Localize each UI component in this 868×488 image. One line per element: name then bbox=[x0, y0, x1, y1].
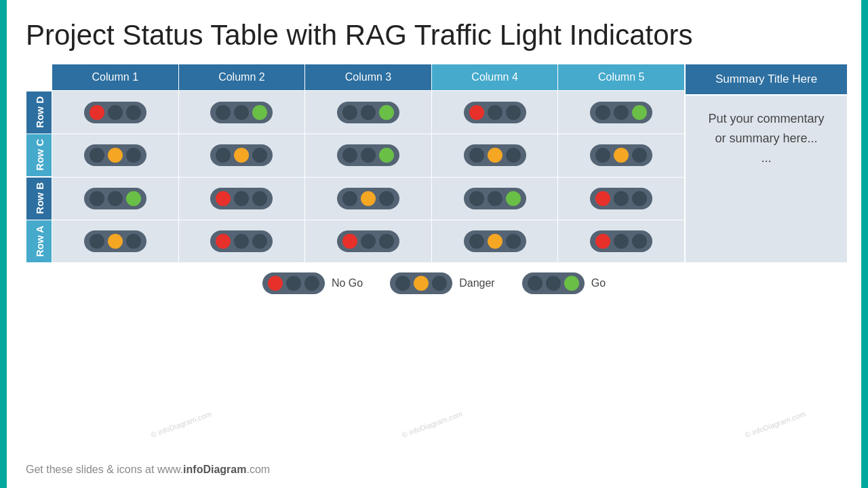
dot-dark-0 bbox=[90, 148, 104, 163]
dot-dark-0 bbox=[90, 191, 104, 206]
row-label-row-d: Row D bbox=[26, 91, 52, 134]
footer: Get these slides & icons at www.infoDiag… bbox=[26, 464, 270, 476]
dot-orange-1 bbox=[108, 234, 123, 249]
dot-dark-2 bbox=[506, 148, 521, 163]
dot-dark-1 bbox=[614, 105, 629, 120]
dot-red-0 bbox=[216, 191, 231, 206]
cell-r1-c0 bbox=[52, 134, 179, 177]
title-area: Project Status Table with RAG Traffic Li… bbox=[0, 0, 868, 64]
cell-r2-c2 bbox=[305, 177, 432, 220]
dot-dark-2 bbox=[632, 234, 647, 249]
legend-danger-light bbox=[390, 272, 452, 294]
cell-r0-c0 bbox=[52, 91, 179, 134]
dot-dark-1 bbox=[108, 105, 123, 120]
dot-dark-1 bbox=[614, 191, 629, 206]
row-label-row-a: Row A bbox=[26, 220, 52, 263]
legend-area: No Go Danger Go bbox=[0, 263, 868, 297]
traffic-light bbox=[337, 230, 399, 252]
watermark-3: © infoDiagram.com bbox=[743, 409, 806, 439]
legend-dot-red bbox=[268, 276, 283, 291]
dot-dark-0 bbox=[469, 148, 484, 163]
dot-dark-1 bbox=[614, 234, 629, 249]
header-row: Column 1 Column 2 Column 3 Column 4 Colu… bbox=[26, 64, 685, 91]
dot-dark-1 bbox=[234, 191, 249, 206]
dot-dark-2 bbox=[632, 191, 647, 206]
traffic-light bbox=[590, 188, 652, 209]
cell-r2-c0 bbox=[52, 177, 179, 220]
cell-r3-c3 bbox=[431, 220, 558, 263]
dot-dark-1 bbox=[488, 191, 502, 206]
table-row: Row A bbox=[26, 220, 685, 263]
legend-no-go-label: No Go bbox=[332, 277, 363, 289]
row-label-row-c: Row C bbox=[26, 134, 52, 177]
traffic-light bbox=[210, 144, 273, 166]
cell-r1-c2 bbox=[305, 134, 432, 177]
cell-r1-c3 bbox=[431, 134, 558, 177]
col5-header: Column 5 bbox=[558, 64, 685, 91]
dot-dark-1 bbox=[108, 191, 123, 206]
traffic-light bbox=[337, 102, 399, 123]
dot-dark-0 bbox=[342, 191, 357, 206]
table-row: Row C bbox=[26, 134, 685, 177]
legend-go-label: Go bbox=[591, 277, 606, 289]
dot-green-2 bbox=[632, 105, 647, 120]
traffic-light bbox=[464, 144, 526, 166]
dot-dark-2 bbox=[506, 234, 521, 249]
dot-red-0 bbox=[342, 234, 357, 249]
col4-header: Column 4 bbox=[431, 64, 558, 91]
content-area: Column 1 Column 2 Column 3 Column 4 Colu… bbox=[0, 64, 868, 263]
traffic-light bbox=[464, 188, 526, 209]
cell-r1-c1 bbox=[178, 134, 305, 177]
table-wrapper: Column 1 Column 2 Column 3 Column 4 Colu… bbox=[26, 64, 685, 263]
dot-green-2 bbox=[252, 105, 267, 120]
table-row: Row B bbox=[26, 177, 685, 220]
dot-dark-0 bbox=[342, 105, 357, 120]
dot-dark-2 bbox=[252, 148, 267, 163]
dot-dark-2 bbox=[506, 105, 521, 120]
legend-dot-dark1 bbox=[286, 276, 301, 291]
dot-orange-1 bbox=[108, 148, 123, 163]
traffic-light bbox=[210, 230, 273, 252]
cell-r3-c4 bbox=[558, 220, 685, 263]
legend-go-light bbox=[522, 272, 585, 294]
dot-dark-1 bbox=[488, 105, 502, 120]
traffic-light bbox=[84, 144, 146, 166]
traffic-light bbox=[337, 144, 399, 166]
legend-no-go: No Go bbox=[262, 272, 363, 294]
table-row: Row D bbox=[26, 91, 685, 134]
left-accent-bar bbox=[0, 0, 7, 488]
dot-dark-0 bbox=[342, 148, 357, 163]
dot-dark-1 bbox=[234, 234, 249, 249]
dot-dark-2 bbox=[379, 234, 394, 249]
legend-dot-dark2 bbox=[304, 276, 319, 291]
cell-r3-c0 bbox=[52, 220, 179, 263]
dot-dark-0 bbox=[469, 191, 484, 206]
dot-green-2 bbox=[126, 191, 141, 206]
dot-dark-0 bbox=[595, 148, 610, 163]
cell-r3-c1 bbox=[178, 220, 305, 263]
legend-dot-green bbox=[564, 276, 579, 291]
footer-brand: infoDiagram bbox=[183, 464, 246, 475]
dot-dark-1 bbox=[361, 148, 376, 163]
legend-go: Go bbox=[522, 272, 606, 294]
dot-dark-0 bbox=[90, 234, 104, 249]
cell-r2-c4 bbox=[558, 177, 685, 220]
dot-dark-0 bbox=[469, 234, 484, 249]
summary-column: Summary Title Here Put your commentaryor… bbox=[685, 64, 848, 263]
dot-orange-1 bbox=[361, 191, 376, 206]
dot-orange-1 bbox=[614, 148, 629, 163]
traffic-light bbox=[464, 102, 526, 123]
legend-danger-label: Danger bbox=[459, 277, 494, 289]
legend-dot-dark4 bbox=[432, 276, 447, 291]
dot-dark-0 bbox=[216, 148, 231, 163]
dot-dark-1 bbox=[361, 105, 376, 120]
cell-r2-c3 bbox=[431, 177, 558, 220]
traffic-light bbox=[84, 188, 146, 209]
summary-content: Put your commentaryor summary here...... bbox=[685, 95, 848, 263]
cell-r2-c1 bbox=[178, 177, 305, 220]
dot-green-2 bbox=[379, 105, 394, 120]
cell-r0-c2 bbox=[305, 91, 432, 134]
dot-dark-2 bbox=[379, 191, 394, 206]
dot-dark-0 bbox=[216, 105, 231, 120]
traffic-light bbox=[590, 230, 652, 252]
